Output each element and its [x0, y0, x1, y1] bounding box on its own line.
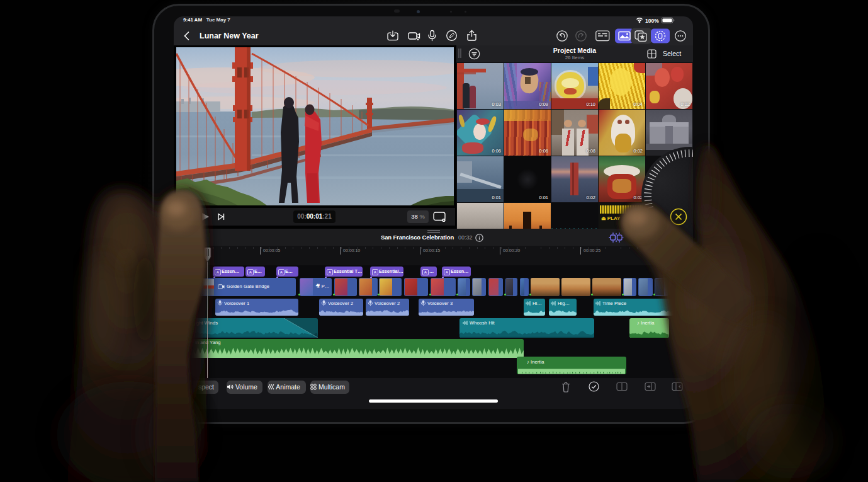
svg-text:100%: 100% — [645, 18, 659, 24]
